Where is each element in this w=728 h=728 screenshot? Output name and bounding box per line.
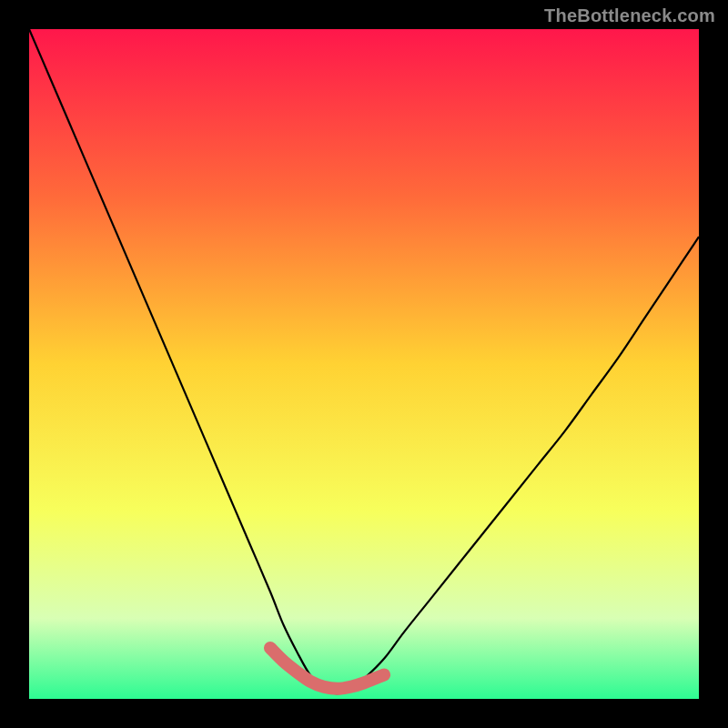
watermark-text: TheBottleneck.com (544, 5, 715, 26)
plot-background (29, 29, 699, 699)
chart-frame: { "watermark": "TheBottleneck.com", "col… (0, 0, 728, 728)
bottleneck-chart (0, 0, 728, 728)
